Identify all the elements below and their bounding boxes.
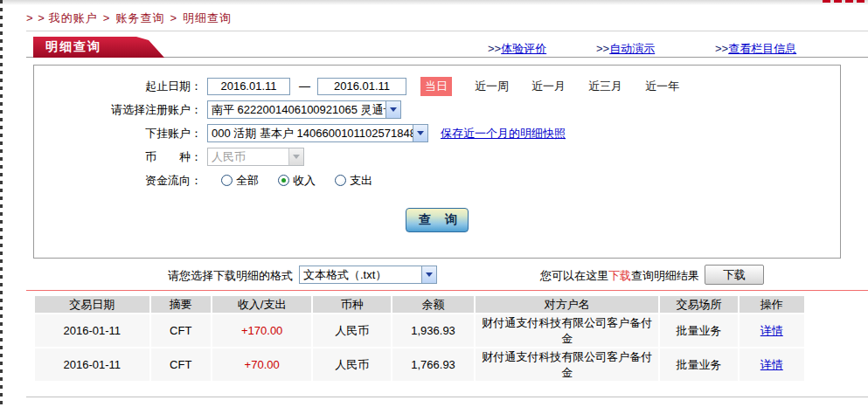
radio-flow-income[interactable]: 收入 <box>278 173 316 189</box>
currency-select-disabled: 人民币 <box>207 148 304 166</box>
register-account-select[interactable]: 南平 6222001406100921065 灵通卡 <box>207 100 401 119</box>
breadcrumb-separator: > <box>103 11 111 24</box>
cell-date: 2016-01-11 <box>35 314 149 347</box>
radio-flow-all-label: 全部 <box>236 173 259 189</box>
register-account-value: 南平 6222001406100921065 灵通卡 <box>208 101 385 118</box>
cell-date: 2016-01-11 <box>35 348 149 381</box>
radio-icon <box>221 175 233 186</box>
panel-title: 明细查询 <box>45 39 101 55</box>
end-date-input[interactable] <box>317 78 406 95</box>
radio-icon <box>335 175 346 186</box>
radio-flow-expense[interactable]: 支出 <box>335 173 372 189</box>
link-arrows: >> <box>596 42 609 55</box>
col-header-amount: 收入/支出 <box>212 296 312 313</box>
cell-currency: 人民币 <box>313 314 390 347</box>
download-format-value: 文本格式（.txt） <box>300 266 421 283</box>
date-range-label: 起止日期： <box>34 79 202 94</box>
cell-balance: 1,766.93 <box>392 348 474 381</box>
cell-amount: +170.00 <box>212 314 312 347</box>
date-range-dash: — <box>299 79 310 93</box>
download-hint-emphasis: 下载 <box>608 269 631 282</box>
fund-flow-label: 资金流向： <box>34 173 202 189</box>
dropdown-arrow-icon <box>385 101 400 118</box>
breadcrumb-item-my-account[interactable]: 我的账户 <box>49 11 98 24</box>
download-format-select[interactable]: 文本格式（.txt） <box>299 266 437 284</box>
top-divider <box>26 31 868 31</box>
breadcrumb-item-account-query[interactable]: 账务查询 <box>115 11 164 24</box>
currency-label: 币 种： <box>34 149 202 165</box>
table-row: 2016-01-11 CFT +70.00 人民币 1,766.93 财付通支付… <box>35 348 804 381</box>
breadcrumb: > >我的账户>账务查询>明细查询 <box>26 0 868 26</box>
cell-currency: 人民币 <box>313 348 390 381</box>
download-hint-suffix: 查询明细结果 <box>631 269 699 282</box>
panel-tab-bar: 明细查询 >>体验评价 >>自动演示 >>查看栏目信息 <box>26 38 868 58</box>
download-format-label: 请您选择下载明细的格式 <box>168 268 293 284</box>
dropdown-arrow-icon <box>288 148 303 165</box>
tab-detail-query: 明细查询 <box>33 37 164 58</box>
sub-account-value: 000 活期 基本户 1406600101102571848 <box>208 125 413 141</box>
col-header-action: 操作 <box>740 296 804 313</box>
register-account-row: 请选择注册账户： 南平 6222001406100921065 灵通卡 <box>34 98 840 121</box>
sub-account-label: 下挂账户： <box>34 126 202 141</box>
red-divider <box>26 290 868 291</box>
download-button[interactable]: 下载 <box>705 265 764 285</box>
download-hint-prefix: 您可以在这里 <box>540 269 608 282</box>
quick-range-month[interactable]: 近一月 <box>531 79 566 94</box>
col-header-summary: 摘要 <box>151 296 211 313</box>
quick-range-today[interactable]: 当日 <box>420 77 452 96</box>
sub-account-select[interactable]: 000 活期 基本户 1406600101102571848 <box>207 124 428 142</box>
link-arrows: >> <box>488 42 501 55</box>
breadcrumb-prefix: > > <box>26 11 45 24</box>
cell-counterparty: 财付通支付科技有限公司客户备付金 <box>476 348 658 381</box>
breadcrumb-separator: > <box>170 11 177 24</box>
link-arrows: >> <box>715 42 728 55</box>
col-header-date: 交易日期 <box>35 296 149 313</box>
dropdown-arrow-icon <box>421 266 436 283</box>
link-label: 体验评价 <box>501 42 546 55</box>
query-button[interactable]: 查 询 <box>406 208 469 232</box>
col-header-balance: 余额 <box>392 296 474 313</box>
cell-balance: 1,936.93 <box>392 314 474 347</box>
cell-action: 详情 <box>740 348 804 381</box>
start-date-input[interactable] <box>207 78 290 95</box>
bottom-divider <box>26 397 868 397</box>
table-header-row: 交易日期 摘要 收入/支出 币种 余额 对方户名 交易场所 操作 <box>35 296 804 313</box>
table-row: 2016-01-11 CFT +170.00 人民币 1,936.93 财付通支… <box>35 314 804 347</box>
page-content: > >我的账户>账务查询>明细查询 明细查询 >>体验评价 >>自动演示 >>查… <box>26 0 868 383</box>
detail-link[interactable]: 详情 <box>760 324 783 337</box>
radio-flow-income-label: 收入 <box>293 173 316 189</box>
cell-action: 详情 <box>740 314 804 347</box>
quick-range-year[interactable]: 近一年 <box>645 79 679 94</box>
currency-row: 币 种： 人民币 <box>34 145 840 169</box>
quick-range-quarter[interactable]: 近三月 <box>588 79 622 94</box>
detail-link[interactable]: 详情 <box>760 358 783 371</box>
transaction-table: 交易日期 摘要 收入/支出 币种 余额 对方户名 交易场所 操作 2016-01… <box>33 294 806 383</box>
col-header-counterparty: 对方户名 <box>476 296 658 313</box>
breadcrumb-item-detail-query[interactable]: 明细查询 <box>183 11 232 24</box>
link-label: 自动演示 <box>609 42 655 55</box>
fund-flow-row: 资金流向： 全部 收入 支出 <box>34 169 840 192</box>
download-hint: 您可以在这里下载查询明细结果 <box>540 268 699 284</box>
quick-range-week[interactable]: 近一周 <box>475 79 509 94</box>
cell-summary: CFT <box>151 314 211 347</box>
link-experience-feedback[interactable]: >>体验评价 <box>488 41 546 57</box>
col-header-currency: 币种 <box>313 296 390 313</box>
date-range-row: 起止日期： — 当日 近一周 近一月 近三月 近一年 <box>34 74 840 98</box>
col-header-venue: 交易场所 <box>660 296 737 313</box>
cell-summary: CFT <box>151 348 211 381</box>
cell-venue: 批量业务 <box>660 314 737 347</box>
link-view-column-info[interactable]: >>查看栏目信息 <box>715 41 796 57</box>
page-left-dashed-edge <box>0 0 3 407</box>
cell-counterparty: 财付通支付科技有限公司客户备付金 <box>476 314 658 347</box>
download-row: 请您选择下载明细的格式 文本格式（.txt） 您可以在这里下载查询明细结果 下载 <box>26 264 868 287</box>
register-account-label: 请选择注册账户： <box>34 102 202 118</box>
save-monthly-snapshot-link[interactable]: 保存近一个月的明细快照 <box>441 126 566 141</box>
radio-checked-icon <box>278 175 289 186</box>
sub-account-row: 下挂账户： 000 活期 基本户 1406600101102571848 保存近… <box>34 121 840 145</box>
radio-flow-expense-label: 支出 <box>350 173 372 189</box>
currency-value: 人民币 <box>208 148 288 165</box>
query-form-panel: 起止日期： — 当日 近一周 近一月 近三月 近一年 请选择注册账户： 南平 6… <box>33 65 841 259</box>
link-auto-demo[interactable]: >>自动演示 <box>596 41 655 57</box>
cell-amount: +70.00 <box>212 348 312 381</box>
radio-flow-all[interactable]: 全部 <box>221 173 259 189</box>
